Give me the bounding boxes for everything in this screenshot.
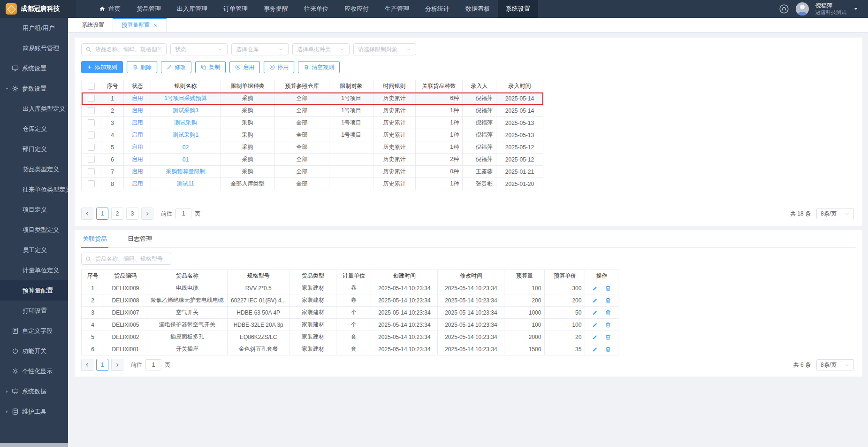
cell-status[interactable]: 启用: [124, 166, 151, 178]
delete-row-icon[interactable]: [605, 297, 611, 304]
filter-select-limit-target[interactable]: 请选择限制对象: [353, 43, 416, 55]
row-checkbox[interactable]: [88, 180, 95, 187]
clear-rules-button[interactable]: 清空规则: [298, 61, 340, 73]
cell-name[interactable]: 01: [151, 154, 221, 166]
delete-row-icon[interactable]: [605, 346, 611, 353]
goods-row[interactable]: 6DELIXI001开关插座金色斜五孔套餐家装建材套2025-05-14 10:…: [82, 343, 618, 355]
header-checkbox[interactable]: [88, 83, 95, 90]
goods-page-1[interactable]: 1: [96, 359, 108, 371]
filter-select-doc-type[interactable]: 选择单据种类: [292, 43, 350, 55]
rule-row[interactable]: 5启用02采购全部历史累计1种倪福萍2025-05-12: [82, 141, 543, 154]
delete-row-icon[interactable]: [605, 309, 611, 316]
rule-row[interactable]: 4启用测试采购1采购全部1号项目历史累计1种倪福萍2025-05-13: [82, 129, 543, 141]
cell-name[interactable]: 测试采购1: [151, 129, 221, 141]
topnav-item-production[interactable]: 生产管理: [377, 0, 417, 18]
sidebar-item-maintenance[interactable]: 维护工具: [0, 401, 68, 422]
rule-row[interactable]: 3启用测试采购采购全部1号项目历史累计1种倪福萍2025-05-13: [82, 117, 543, 129]
sidebar-item-system-settings[interactable]: 系统设置: [0, 58, 68, 78]
cell-name[interactable]: 采购预算量限制: [151, 166, 221, 178]
avatar[interactable]: [796, 2, 809, 15]
row-checkbox[interactable]: [88, 168, 95, 175]
topnav-item-analytics[interactable]: 分析统计: [417, 0, 457, 18]
cell-status[interactable]: 启用: [124, 141, 151, 154]
sidebar-item-partner-type-def[interactable]: 往来单位类型定义: [0, 179, 68, 200]
sidebar-scrollbar[interactable]: [0, 443, 68, 447]
user-menu[interactable]: 倪福萍 冠唐科技测试: [815, 2, 846, 16]
sidebar-item-employee-def[interactable]: 员工定义: [0, 240, 68, 260]
edit-row-icon[interactable]: [592, 285, 598, 292]
edit-row-icon[interactable]: [592, 334, 598, 340]
rules-search-input[interactable]: [94, 46, 162, 53]
detail-tab-log-management[interactable]: 日志管理: [126, 230, 153, 247]
edit-button[interactable]: 修改: [161, 61, 191, 73]
sidebar-item-user-groups[interactable]: 用户组/用户: [0, 18, 68, 38]
filter-select-status[interactable]: 状态: [170, 43, 228, 55]
delete-button[interactable]: 删除: [127, 61, 157, 73]
cell-status[interactable]: 启用: [124, 154, 151, 166]
sidebar-item-unit-def[interactable]: 计量单位定义: [0, 260, 68, 280]
cell-status[interactable]: 启用: [124, 129, 151, 141]
rule-row[interactable]: 2启用测试采购3采购全部1号项目历史累计1种倪福萍2025-05-14: [82, 105, 543, 117]
rules-page-1[interactable]: 1: [96, 208, 108, 220]
cell-name[interactable]: 测试采购3: [151, 105, 221, 117]
edit-row-icon[interactable]: [592, 297, 598, 304]
goods-row[interactable]: 3DELIXI007空气开关HDBE-63 50A 4P家装建材个2025-05…: [82, 307, 618, 319]
rules-search[interactable]: [81, 43, 167, 55]
cell-name[interactable]: 测试采购: [151, 117, 221, 129]
edit-row-icon[interactable]: [592, 309, 598, 316]
edit-row-icon[interactable]: [592, 346, 598, 353]
goods-row[interactable]: 2DELIXI008聚氯乙烯绝缘无护套电线电缆60227 IEC 01(BV) …: [82, 294, 618, 307]
disable-button[interactable]: 停用: [264, 61, 294, 73]
sidebar-item-inout-type-def[interactable]: 出入库类型定义: [0, 99, 68, 119]
rules-goto-input[interactable]: [175, 208, 191, 219]
detail-tab-linked-goods[interactable]: 关联货品: [81, 230, 108, 247]
cell-name[interactable]: 02: [151, 141, 221, 154]
goods-prev-page-button[interactable]: [81, 359, 93, 371]
row-checkbox[interactable]: [88, 119, 95, 126]
sidebar-item-project-type-def[interactable]: 项目类型定义: [0, 220, 68, 240]
rule-row[interactable]: 7启用采购预算量限制采购全部历史累计0种王露蓉2025-01-21: [82, 166, 543, 178]
topnav-item-inout[interactable]: 出入库管理: [169, 0, 215, 18]
topnav-item-partners[interactable]: 往来单位: [296, 0, 336, 18]
expand-right-icon[interactable]: [5, 409, 11, 414]
user-caret-icon[interactable]: [853, 6, 859, 12]
copy-button[interactable]: 复制: [195, 61, 226, 73]
rule-row[interactable]: 6启用01采购全部历史累计2种倪福萍2025-05-12: [82, 154, 543, 166]
row-checkbox[interactable]: [88, 107, 95, 114]
topnav-item-receivables[interactable]: 应收应付: [336, 0, 377, 18]
goods-search[interactable]: [81, 253, 171, 265]
add-rule-button[interactable]: 添加规则: [81, 61, 123, 73]
rule-row[interactable]: 1启用1号项目采购预算采购全部1号项目历史累计6种倪福萍2025-05-14: [82, 92, 543, 105]
topnav-item-home[interactable]: 首页: [91, 0, 129, 18]
cell-status[interactable]: 启用: [124, 117, 151, 129]
goods-row[interactable]: 5DELIXI002插座面板多孔EQ86K2ZS/LC家装建材套2025-05-…: [82, 331, 618, 343]
topnav-item-dashboard[interactable]: 数据看板: [457, 0, 498, 18]
tab-budget-config[interactable]: 预算量配置: [113, 18, 167, 32]
topnav-item-goods[interactable]: 货品管理: [129, 0, 169, 18]
rules-page-size-select[interactable]: 8条/页: [816, 208, 854, 219]
rules-next-page-button[interactable]: [141, 208, 153, 220]
sidebar-item-project-def[interactable]: 项目定义: [0, 200, 68, 220]
rules-prev-page-button[interactable]: [81, 208, 93, 220]
expand-down-icon[interactable]: [5, 86, 11, 91]
sidebar-item-warehouse-def[interactable]: 仓库定义: [0, 119, 68, 139]
delete-row-icon[interactable]: [605, 285, 611, 292]
topnav-item-reminders[interactable]: 事务提醒: [256, 0, 296, 18]
topnav-item-orders[interactable]: 订单管理: [215, 0, 256, 18]
tab-close-icon[interactable]: [153, 23, 158, 28]
sidebar-item-department-def[interactable]: 部门定义: [0, 139, 68, 159]
sidebar-item-goods-type-def[interactable]: 货品类型定义: [0, 159, 68, 179]
sidebar-item-personalization[interactable]: 个性化显示: [0, 361, 68, 381]
row-checkbox[interactable]: [88, 144, 95, 151]
edit-row-icon[interactable]: [592, 322, 598, 328]
expand-right-icon[interactable]: [5, 389, 11, 394]
topnav-item-settings[interactable]: 系统设置: [498, 0, 538, 18]
rules-page-2[interactable]: 2: [111, 208, 123, 220]
sidebar-item-param-settings[interactable]: 参数设置: [0, 78, 68, 99]
sidebar-item-simple-accounts[interactable]: 简易账号管理: [0, 38, 68, 58]
cell-status[interactable]: 启用: [124, 105, 151, 117]
row-checkbox[interactable]: [88, 95, 95, 102]
goods-search-input[interactable]: [94, 255, 167, 262]
goods-goto-input[interactable]: [145, 359, 161, 370]
goods-row[interactable]: 4DELIXI005漏电保护器带空气开关HDBE-32LE 20A 3p家装建材…: [82, 319, 618, 331]
